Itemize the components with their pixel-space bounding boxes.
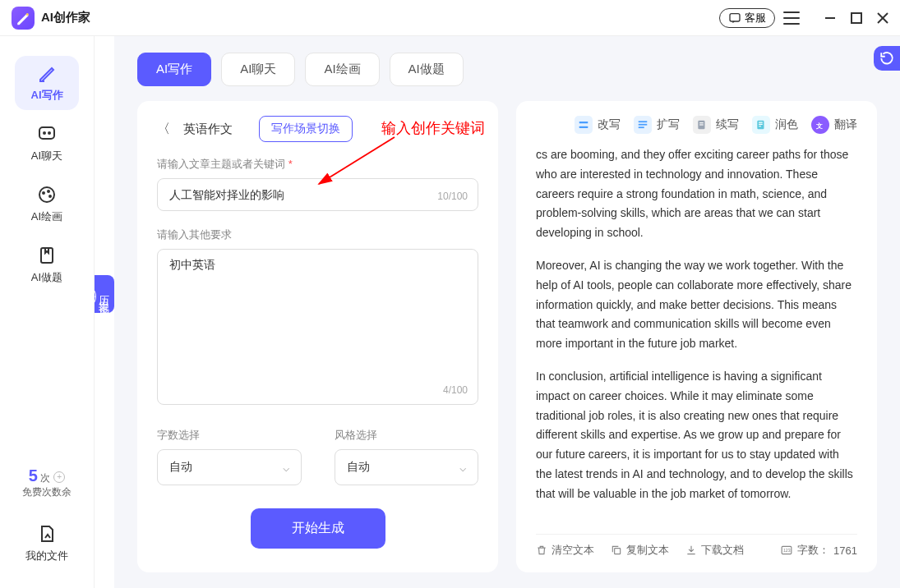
back-button[interactable]: 〈 [157, 121, 172, 138]
svg-rect-6 [39, 127, 54, 139]
output-paragraph: Moreover, AI is changing the way we work… [536, 256, 854, 354]
translate-icon: 文 [811, 116, 829, 134]
sidebar-item-chat[interactable]: AI聊天 [15, 117, 79, 171]
svg-rect-3 [852, 13, 861, 23]
tool-expand[interactable]: 扩写 [634, 116, 680, 134]
palette-icon [37, 185, 57, 204]
svg-point-10 [43, 192, 44, 194]
main-area: AI写作 AI聊天 AI绘画 AI做题 〈 英语作文 写作场景切换 请输入文章主… [114, 36, 900, 588]
polish-icon [752, 116, 770, 134]
tool-rewrite[interactable]: 改写 [575, 116, 621, 134]
svg-rect-15 [579, 126, 588, 128]
breadcrumb-text: 英语作文 [183, 122, 233, 137]
text-tools-row: 改写 扩写 续写 润色 文翻译 [536, 116, 857, 134]
other-input[interactable] [169, 258, 466, 373]
bookmark-icon [37, 246, 57, 265]
svg-rect-20 [699, 122, 704, 123]
word-count-label: 字数选择 [157, 428, 302, 443]
app-logo [12, 7, 35, 30]
my-files-button[interactable]: 我的文件 [25, 524, 68, 563]
chat-icon [728, 11, 741, 25]
download-button[interactable]: 下载文档 [685, 543, 744, 558]
title-bar: AI创作家 客服 [0, 0, 900, 36]
svg-point-9 [39, 187, 54, 202]
trash-icon [536, 544, 547, 556]
rewrite-icon [575, 116, 593, 134]
svg-rect-24 [615, 549, 621, 554]
svg-point-12 [49, 195, 51, 197]
continue-icon [693, 116, 711, 134]
tab-homework[interactable]: AI做题 [390, 53, 464, 86]
other-label: 请输入其他要求 [157, 227, 478, 242]
app-title: AI创作家 [41, 10, 90, 25]
sidebar-label: AI绘画 [31, 209, 62, 224]
svg-point-8 [48, 132, 50, 134]
chevron-right-icon: » [90, 290, 96, 303]
tab-chat[interactable]: AI聊天 [221, 53, 295, 86]
history-tab[interactable]: 历史记录 » [95, 275, 114, 313]
copy-button[interactable]: 复制文本 [611, 543, 669, 558]
svg-point-7 [44, 132, 45, 134]
free-count: 5 次+ 免费次数余 [22, 466, 72, 499]
output-paragraph: cs are booming, and they offer exciting … [536, 145, 854, 243]
copy-icon [611, 544, 622, 556]
svg-point-11 [48, 191, 49, 192]
svg-point-0 [26, 13, 29, 16]
tool-continue[interactable]: 续写 [693, 116, 739, 134]
output-panel: 改写 扩写 续写 润色 文翻译 cs are booming, and they… [516, 101, 877, 572]
svg-rect-21 [699, 124, 704, 125]
svg-rect-17 [639, 124, 648, 126]
breadcrumb: 〈 英语作文 写作场景切换 [157, 116, 478, 142]
svg-rect-16 [639, 121, 648, 122]
sidebar-label: AI写作 [31, 88, 63, 103]
chevron-down-icon: ⌵ [459, 461, 466, 474]
top-tabs: AI写作 AI聊天 AI绘画 AI做题 [114, 36, 900, 86]
output-text[interactable]: cs are booming, and they offer exciting … [536, 145, 857, 534]
sidebar-label: AI聊天 [31, 149, 62, 163]
sidebar: AI写作 AI聊天 AI绘画 AI做题 5 次+ 免费次数余 我的文件 [0, 36, 95, 588]
kefu-label: 客服 [745, 11, 766, 25]
tab-writing[interactable]: AI写作 [137, 53, 211, 86]
svg-text:123: 123 [783, 548, 791, 553]
topic-input[interactable] [169, 189, 466, 202]
output-paragraph: In conclusion, artificial intelligence i… [536, 367, 854, 504]
word-count: 123字数：1761 [780, 543, 857, 558]
topic-counter: 10/100 [437, 191, 468, 202]
plus-icon[interactable]: + [53, 471, 65, 483]
customer-service-button[interactable]: 客服 [719, 8, 775, 28]
other-input-box: 4/100 [157, 249, 478, 405]
count-icon: 123 [780, 544, 793, 556]
scene-switch-button[interactable]: 写作场景切换 [259, 116, 353, 142]
close-button[interactable] [877, 12, 888, 24]
topic-input-box: 10/100 [157, 178, 478, 211]
output-footer: 清空文本 复制文本 下载文档 123字数：1761 [536, 534, 857, 558]
clear-button[interactable]: 清空文本 [536, 543, 594, 558]
word-count-select[interactable]: 自动 ⌵ [157, 449, 302, 485]
svg-rect-14 [579, 122, 588, 123]
chevron-down-icon: ⌵ [283, 461, 289, 474]
download-icon [685, 544, 697, 556]
generate-button[interactable]: 开始生成 [251, 508, 385, 549]
hamburger-menu-icon[interactable] [783, 11, 800, 25]
chat-icon [37, 124, 57, 144]
tool-polish[interactable]: 润色 [752, 116, 798, 134]
svg-rect-18 [639, 126, 644, 128]
retry-button[interactable] [874, 46, 900, 71]
sidebar-item-painting[interactable]: AI绘画 [15, 177, 79, 232]
style-label: 风格选择 [335, 428, 479, 443]
tab-painting[interactable]: AI绘画 [305, 53, 379, 86]
svg-text:文: 文 [815, 122, 823, 130]
expand-icon [634, 116, 652, 134]
sidebar-item-homework[interactable]: AI做题 [15, 238, 79, 292]
input-panel: 〈 英语作文 写作场景切换 请输入文章主题或者关键词 * 10/100 请输入其… [137, 101, 498, 572]
tool-translate[interactable]: 文翻译 [811, 116, 857, 134]
other-counter: 4/100 [443, 384, 468, 396]
topic-label: 请输入文章主题或者关键词 * [157, 157, 478, 172]
file-icon [37, 524, 57, 544]
style-select[interactable]: 自动 ⌵ [335, 449, 479, 485]
sidebar-label: AI做题 [31, 270, 62, 285]
minimize-button[interactable] [824, 12, 836, 24]
pen-icon [37, 63, 57, 83]
sidebar-item-writing[interactable]: AI写作 [15, 56, 79, 110]
maximize-button[interactable] [851, 12, 862, 24]
